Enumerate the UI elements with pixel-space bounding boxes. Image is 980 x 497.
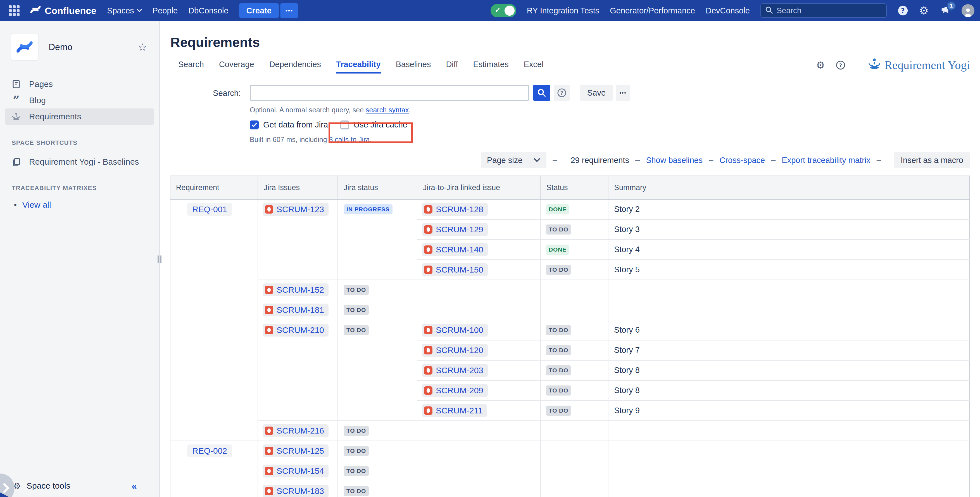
jira-issue-type-icon <box>424 346 433 354</box>
space-tools-label: Space tools <box>27 481 70 491</box>
view-all-link[interactable]: View all <box>22 200 51 210</box>
linked-status-cell <box>541 481 608 497</box>
tab-bar: SearchCoverageDependenciesTraceabilityBa… <box>170 60 544 73</box>
space-name[interactable]: Demo <box>49 42 72 52</box>
linked-issue-cell: SCRUM-129 <box>417 220 541 239</box>
export-traceability-matrix-link[interactable]: Export traceability matrix <box>782 156 870 165</box>
jira-issue-link[interactable]: SCRUM-120 <box>422 344 488 357</box>
feature-toggle[interactable]: ✓ <box>490 4 516 18</box>
sidebar-item-requirement-yogi-baselines[interactable]: Requirement Yogi - Baselines <box>0 154 159 170</box>
linked-issue-cell <box>417 481 541 497</box>
linked-status-cell: TO DO <box>541 340 608 360</box>
jira-issue-link[interactable]: SCRUM-150 <box>422 263 488 276</box>
requirement-yogi-brand[interactable]: Requirement Yogi <box>868 58 970 72</box>
column-header-requirement: Requirement <box>170 176 258 199</box>
summary-cell: Story 7 <box>608 340 970 360</box>
summary-cell <box>608 421 970 441</box>
tab-traceability[interactable]: Traceability <box>336 60 381 73</box>
collapse-sidebar-icon[interactable]: « <box>132 481 137 491</box>
sidebar-item-pages[interactable]: Pages <box>0 76 159 92</box>
topnav-link-dbconsole[interactable]: DbConsole <box>188 6 228 15</box>
view-all-row: • View all <box>14 200 159 210</box>
tab-baselines[interactable]: Baselines <box>396 60 431 73</box>
tab-estimates[interactable]: Estimates <box>473 60 508 73</box>
avatar[interactable] <box>962 4 974 17</box>
summary-cell: Story 2 <box>608 199 970 220</box>
global-search[interactable] <box>760 3 887 18</box>
app-switcher-icon[interactable] <box>9 5 19 16</box>
sidebar-item-label: Pages <box>29 80 53 89</box>
global-search-input[interactable] <box>776 6 872 15</box>
cross-space-link[interactable]: Cross-space <box>719 156 765 165</box>
dash-separator: – <box>552 156 557 165</box>
topnav-link-generator-performance[interactable]: Generator/Performance <box>610 6 695 15</box>
status-badge: IN PROGRESS <box>344 204 393 214</box>
requirement-link[interactable]: REQ-002 <box>187 444 232 457</box>
sidebar-resize-handle[interactable] <box>158 255 161 263</box>
sidebar-item-blog[interactable]: ”Blog <box>0 92 159 108</box>
save-button[interactable]: Save <box>580 85 613 101</box>
jira-issue-link[interactable]: SCRUM-210 <box>262 324 329 336</box>
jira-issue-link[interactable]: SCRUM-128 <box>422 203 488 216</box>
sidebar-item-requirements[interactable]: Requirements <box>5 108 154 125</box>
create-button[interactable]: Create <box>239 3 279 18</box>
tab-coverage[interactable]: Coverage <box>219 60 254 73</box>
linked-issue-cell: SCRUM-209 <box>417 381 541 401</box>
announcements-icon[interactable]: 1 <box>939 5 951 16</box>
tab-diff[interactable]: Diff <box>446 60 458 73</box>
jira-issue-link[interactable]: SCRUM-209 <box>422 384 488 397</box>
space-tools[interactable]: ⚙ Space tools « <box>0 475 159 497</box>
jira-issue-link[interactable]: SCRUM-181 <box>262 304 329 316</box>
settings-gear-icon[interactable]: ⚙ <box>816 59 825 71</box>
jira-issue-type-icon <box>424 245 433 254</box>
bullet: • <box>14 201 17 209</box>
confluence-logo[interactable]: Confluence <box>30 5 96 17</box>
jira-issue-type-icon <box>265 487 273 495</box>
search-more-button[interactable]: ••• <box>616 85 630 101</box>
topnav-link-ry-integration-tests[interactable]: RY Integration Tests <box>527 6 600 15</box>
help-icon[interactable]: ? <box>897 5 908 16</box>
column-header-jira-to-jira-linked-issue: Jira-to-Jira linked issue <box>417 176 541 199</box>
search-help-button[interactable]: ? <box>554 85 570 101</box>
search-input[interactable] <box>250 85 529 101</box>
jira-issue-link[interactable]: SCRUM-100 <box>422 324 488 336</box>
jira-issue-link[interactable]: SCRUM-203 <box>422 364 488 377</box>
show-baselines-link[interactable]: Show baselines <box>646 156 703 165</box>
favorite-star-icon[interactable]: ☆ <box>138 41 147 53</box>
topnav-link-devconsole[interactable]: DevConsole <box>706 6 750 15</box>
jira-issue-link[interactable]: SCRUM-129 <box>422 223 488 236</box>
status-badge: TO DO <box>546 265 571 275</box>
linked-status-cell: DONE <box>541 199 608 220</box>
jira-status-cell: TO DO <box>338 461 417 481</box>
help-icon[interactable]: ? <box>836 61 845 70</box>
topnav-left-links: SpacesPeopleDbConsole <box>107 6 229 15</box>
search-syntax-link[interactable]: search syntax <box>366 106 409 114</box>
jira-issue-link[interactable]: SCRUM-140 <box>422 243 488 256</box>
jira-issue-link[interactable]: SCRUM-216 <box>262 424 329 437</box>
insert-as-macro-button[interactable]: Insert as a macro <box>894 152 970 168</box>
jira-issue-link[interactable]: SCRUM-154 <box>262 465 329 478</box>
tab-excel[interactable]: Excel <box>524 60 544 73</box>
requirement-link[interactable]: REQ-001 <box>187 203 232 216</box>
jira-issue-type-icon <box>265 447 273 455</box>
page-size-dropdown[interactable]: Page size <box>481 152 546 168</box>
tab-search[interactable]: Search <box>178 60 204 73</box>
jira-issue-link[interactable]: SCRUM-123 <box>262 203 329 216</box>
get-data-from-jira-checkbox[interactable] <box>250 121 259 129</box>
tab-dependencies[interactable]: Dependencies <box>269 60 321 73</box>
get-data-from-jira-label: Get data from Jira <box>263 120 328 129</box>
jira-issue-link[interactable]: SCRUM-125 <box>262 444 329 457</box>
search-submit-button[interactable] <box>533 85 550 101</box>
jira-issue-cell: SCRUM-183 <box>258 481 338 497</box>
jira-issue-link[interactable]: SCRUM-183 <box>262 485 329 497</box>
jira-issue-link[interactable]: SCRUM-211 <box>422 404 487 417</box>
create-more-button[interactable]: ••• <box>280 3 298 18</box>
space-logo-icon[interactable] <box>11 33 38 61</box>
topnav-link-people[interactable]: People <box>153 6 178 15</box>
jira-issue-link[interactable]: SCRUM-152 <box>262 284 329 296</box>
topnav-link-spaces[interactable]: Spaces <box>107 6 142 15</box>
status-badge: TO DO <box>344 426 369 436</box>
jira-issue-cell: SCRUM-181 <box>258 300 338 320</box>
settings-gear-icon[interactable]: ⚙ <box>919 5 929 17</box>
use-jira-cache-checkbox[interactable] <box>340 121 349 129</box>
